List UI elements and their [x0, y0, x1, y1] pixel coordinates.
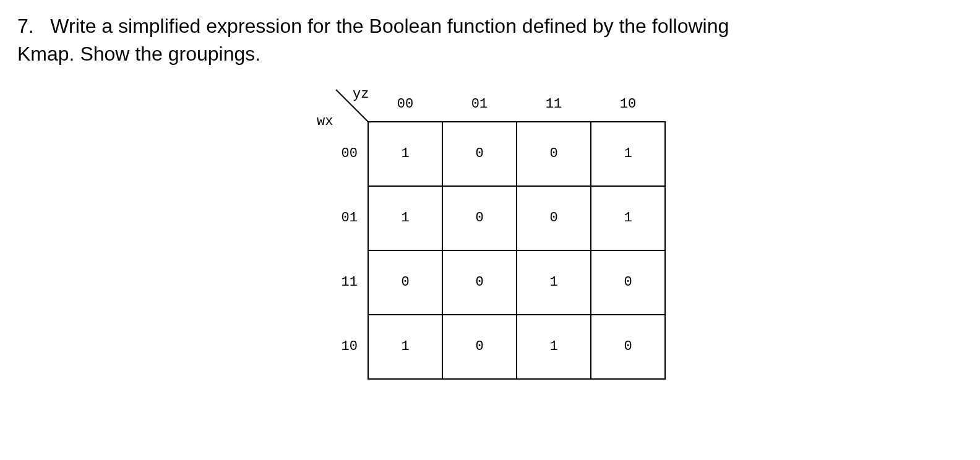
cell-1-3: 1 — [591, 186, 665, 250]
cell-3-3: 0 — [591, 315, 665, 379]
question-text: 7. Write a simplified expression for the… — [17, 12, 963, 68]
cell-3-0: 1 — [368, 315, 442, 379]
cell-2-2: 1 — [517, 250, 591, 315]
cell-1-1: 0 — [442, 186, 517, 250]
question-line1: Write a simplified expression for the Bo… — [50, 15, 729, 37]
row-header-2: 11 — [314, 250, 368, 315]
cell-0-0: 1 — [368, 122, 442, 186]
kmap-wrapper: yz wx 00 01 11 10 00 1 0 0 1 01 — [17, 93, 963, 380]
col-header-1: 01 — [442, 93, 517, 122]
question-number: 7. — [17, 15, 34, 37]
kmap-corner: yz wx — [314, 93, 368, 122]
cell-0-3: 1 — [591, 122, 665, 186]
row-header-3: 10 — [314, 315, 368, 379]
page: 7. Write a simplified expression for the… — [0, 0, 980, 392]
cell-0-2: 0 — [517, 122, 591, 186]
cell-3-2: 1 — [517, 315, 591, 379]
kmap-table: yz wx 00 01 11 10 00 1 0 0 1 01 — [314, 93, 666, 380]
col-header-0: 00 — [368, 93, 442, 122]
question-line2: Kmap. Show the groupings. — [17, 43, 260, 65]
cell-3-1: 0 — [442, 315, 517, 379]
cell-1-2: 0 — [517, 186, 591, 250]
row-header-0: 00 — [314, 122, 368, 186]
row-var-label: wx — [317, 114, 333, 129]
cell-2-3: 0 — [591, 250, 665, 315]
kmap: yz wx 00 01 11 10 00 1 0 0 1 01 — [314, 93, 666, 380]
col-var-label: yz — [353, 87, 369, 102]
cell-0-1: 0 — [442, 122, 517, 186]
row-header-1: 01 — [314, 186, 368, 250]
cell-2-0: 0 — [368, 250, 442, 315]
cell-1-0: 1 — [368, 186, 442, 250]
col-header-2: 11 — [517, 93, 591, 122]
col-header-3: 10 — [591, 93, 665, 122]
cell-2-1: 0 — [442, 250, 517, 315]
